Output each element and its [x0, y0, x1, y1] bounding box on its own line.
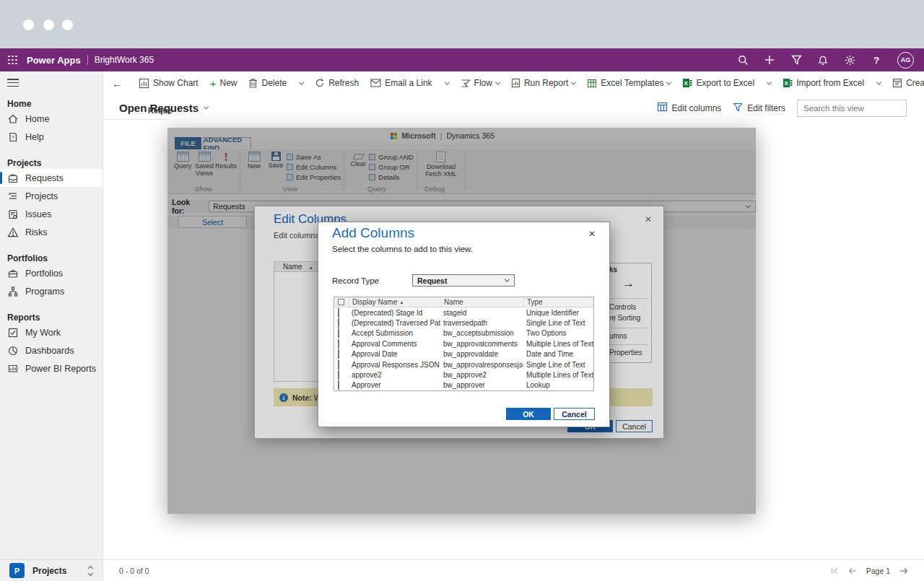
area-switcher[interactable]: P Projects: [0, 559, 103, 581]
chevron-down-icon: [445, 79, 450, 84]
sidebar-item-label: Issues: [25, 209, 51, 219]
sidebar-item-projects[interactable]: Projects: [0, 187, 103, 205]
refresh-button[interactable]: Refresh: [315, 78, 359, 88]
cell-display-name: Approval Comments: [349, 340, 440, 348]
select-all-checkbox[interactable]: [338, 299, 344, 305]
row-checkbox[interactable]: [338, 318, 339, 328]
sidebar-item-label: Risks: [25, 227, 48, 237]
delete-button[interactable]: Delete: [248, 78, 287, 89]
row-checkbox[interactable]: [338, 360, 339, 370]
header-actions: ? AG: [737, 52, 914, 69]
notifications-icon[interactable]: [817, 54, 829, 66]
area-label: Projects: [32, 566, 66, 576]
hamburger-menu-icon[interactable]: [7, 79, 19, 87]
row-checkbox[interactable]: [338, 339, 339, 349]
flow-button[interactable]: Flow: [461, 78, 500, 88]
row-checkbox[interactable]: [338, 308, 339, 318]
add-icon[interactable]: [764, 54, 775, 66]
sidebar-item-portfolios[interactable]: Portfolios: [0, 264, 103, 282]
cell-display-name: (Deprecated) Stage Id: [349, 309, 440, 317]
sidebar-group-portfolios: Portfolios: [0, 253, 103, 264]
header-name[interactable]: Name: [440, 297, 523, 307]
sidebar-item-power-bi-reports[interactable]: Power BI Reports: [0, 359, 103, 377]
user-avatar[interactable]: AG: [897, 52, 914, 69]
table-row[interactable]: Accept Submission bw_acceptsubmission Tw…: [334, 328, 593, 338]
waffle-menu-icon[interactable]: [8, 56, 17, 65]
run-report-button[interactable]: Run Report: [511, 78, 575, 88]
row-checkbox[interactable]: [338, 328, 339, 338]
sidebar-item-my-work[interactable]: My Work: [0, 323, 103, 341]
create-view-icon: [892, 78, 902, 88]
table-row[interactable]: (Deprecated) Traversed Path traversedpat…: [334, 318, 593, 328]
header-display-name[interactable]: Display Name▲: [349, 297, 440, 307]
first-page-icon[interactable]: [831, 567, 839, 575]
previous-page-icon[interactable]: [848, 567, 857, 575]
window-close-button[interactable]: [23, 19, 34, 30]
ok-button[interactable]: OK: [506, 408, 551, 420]
grid-header-fragment: Reque: [148, 106, 173, 115]
export-excel-more-button[interactable]: [767, 82, 771, 85]
settings-icon[interactable]: [844, 54, 855, 66]
area-badge: P: [9, 563, 25, 578]
cell-type: Two Options: [523, 329, 593, 337]
row-checkbox[interactable]: [338, 370, 339, 380]
import-excel-button[interactable]: X Import from Excel: [783, 78, 864, 88]
button-label: Edit filters: [747, 103, 785, 113]
export-excel-button[interactable]: X Export to Excel: [682, 78, 754, 88]
table-row[interactable]: Approval Date bw_approvaldate Date and T…: [334, 349, 593, 359]
projects-icon: [7, 191, 19, 202]
requests-icon: [7, 172, 19, 184]
filter-icon[interactable]: [790, 54, 802, 66]
email-more-button[interactable]: [445, 82, 449, 85]
plus-icon: +: [210, 78, 217, 89]
sidebar-item-programs[interactable]: Programs: [0, 282, 103, 300]
table-row[interactable]: approve2 bw_approve2 Multiple Lines of T…: [334, 370, 593, 380]
table-row[interactable]: Approval Responses JSON bw_approvalrespo…: [334, 359, 593, 370]
cell-type: Single Line of Text: [523, 361, 593, 369]
view-search: [797, 100, 907, 117]
sidebar-item-risks[interactable]: Risks: [0, 223, 103, 241]
show-chart-button[interactable]: Show Chart: [139, 78, 199, 89]
row-checkbox[interactable]: [338, 380, 339, 390]
table-row[interactable]: Approver bw_approver Lookup: [334, 380, 593, 390]
sidebar-item-help[interactable]: ? Help: [0, 128, 103, 146]
back-arrow-icon[interactable]: ←: [112, 77, 123, 89]
cancel-button[interactable]: Cancel: [554, 408, 595, 420]
excel-templates-button[interactable]: Excel Templates: [587, 78, 671, 88]
close-icon[interactable]: ✕: [588, 229, 596, 239]
table-row[interactable]: (Deprecated) Stage Id stageid Unique Ide…: [334, 307, 593, 318]
edit-columns-button[interactable]: Edit columns: [657, 102, 722, 114]
page-indicator: Page 1: [866, 567, 890, 575]
sidebar-item-dashboards[interactable]: Dashboards: [0, 341, 103, 359]
sidebar-item-requests[interactable]: Requests: [0, 169, 103, 187]
delete-more-button[interactable]: [300, 82, 303, 85]
sidebar-item-home[interactable]: Home: [0, 110, 103, 128]
sidebar-item-issues[interactable]: Issues: [0, 205, 103, 223]
row-checkbox[interactable]: [338, 349, 339, 359]
sidebar: Home Home ? Help Projects Requests Proje…: [0, 71, 103, 581]
import-excel-more-button[interactable]: [877, 82, 881, 85]
search-input[interactable]: [798, 104, 915, 113]
cell-type: Multiple Lines of Text: [523, 371, 593, 379]
button-label: Import from Excel: [796, 78, 864, 88]
help-icon[interactable]: ?: [871, 54, 882, 66]
create-view-button[interactable]: Create view: [892, 78, 924, 88]
button-label: Export to Excel: [696, 78, 754, 88]
chart-box-icon: [139, 78, 149, 89]
record-type-dropdown[interactable]: Request: [412, 274, 515, 287]
columns-table-header: Display Name▲ Name Type: [334, 297, 593, 307]
next-page-icon[interactable]: [899, 567, 908, 575]
chevron-down-icon: [505, 277, 510, 282]
new-button[interactable]: + New: [210, 78, 237, 89]
search-icon[interactable]: [737, 54, 749, 66]
cell-name: bw_acceptsubmission: [440, 329, 523, 337]
table-row[interactable]: Approval Comments bw_approvalcomments Mu…: [334, 338, 593, 349]
help-doc-icon: ?: [7, 131, 19, 143]
window-maximize-button[interactable]: [62, 19, 73, 30]
email-link-button[interactable]: Email a Link: [370, 78, 432, 88]
window-minimize-button[interactable]: [43, 19, 54, 30]
edit-filters-button[interactable]: Edit filters: [733, 102, 785, 114]
cell-type: Single Line of Text: [523, 319, 593, 327]
button-label: Delete: [261, 78, 287, 88]
header-type[interactable]: Type: [523, 297, 593, 307]
